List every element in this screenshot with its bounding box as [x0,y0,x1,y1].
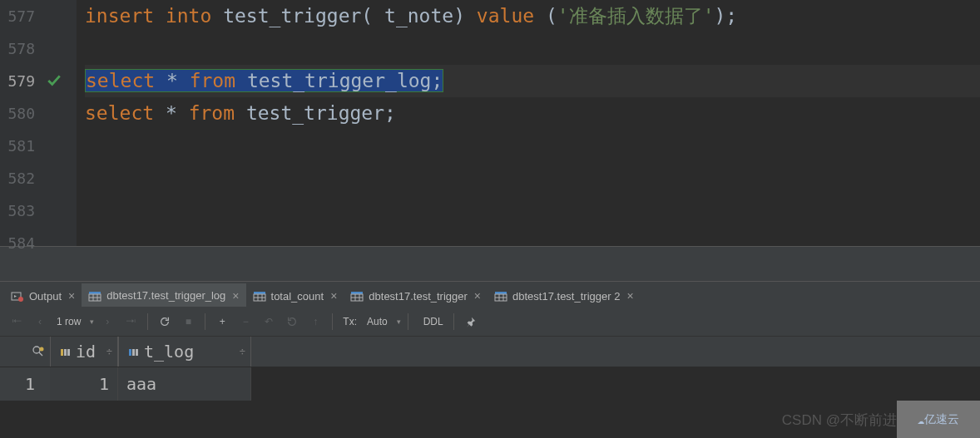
code-line-583[interactable] [85,194,980,227]
revert-button[interactable]: ↶ [259,312,279,332]
row-count: 1 row [57,316,81,327]
tab-trigger-log[interactable]: dbtest17.test_trigger_log × [82,283,245,307]
tab-trigger-2[interactable]: dbtest17.test_trigger 2 × [488,283,641,307]
row-number: 1 [0,367,50,401]
svg-rect-13 [64,349,67,356]
close-icon[interactable]: × [330,289,337,303]
svg-rect-17 [136,349,138,356]
tab-label: total_count [271,290,324,303]
result-column-header: id ÷ t_log ÷ [0,337,980,367]
column-header-id[interactable]: id ÷ [50,337,118,367]
tab-output[interactable]: Output × [4,283,82,307]
column-header-tlog[interactable]: t_log ÷ [118,337,251,367]
separator [453,313,454,330]
tab-total-count[interactable]: total_count × [246,283,344,307]
ddl-button[interactable]: DDL [423,316,443,327]
search-icon [32,345,45,358]
svg-rect-16 [132,349,135,356]
results-toolbar: ⭰ ‹ 1 row ▾ › ⭲ ■ + − ↶ ↑ Tx: Auto ▾ DDL [0,307,980,337]
remove-row-button[interactable]: − [235,312,255,332]
gutter-line: 582 [0,162,77,194]
chevron-down-icon[interactable]: ▾ [397,317,401,326]
close-icon[interactable]: × [474,289,481,303]
svg-rect-12 [61,349,63,356]
gutter-line: 584 [0,227,77,259]
code-line-582[interactable] [85,162,980,194]
separator [332,313,333,330]
table-icon [253,290,266,302]
refresh-button[interactable] [155,312,175,332]
column-icon [127,346,139,357]
code-line-579[interactable]: select * from test_trigger_log; [85,65,980,97]
first-page-button[interactable]: ⭰ [7,312,27,332]
key-column-icon [59,346,71,357]
tx-mode[interactable]: Auto [367,316,388,327]
svg-point-1 [18,297,23,302]
close-icon[interactable]: × [626,289,633,303]
separator [147,313,148,330]
gutter-line: 583 [0,194,77,227]
code-line-577[interactable]: insert into test_trigger( t_note) value … [85,0,980,32]
tab-label: dbtest17.test_trigger_log [106,289,225,302]
svg-point-10 [33,347,40,353]
gutter: 577 578 579 580 581 582 583 584 [0,0,77,246]
cell-id[interactable]: 1 [50,367,118,401]
gutter-line: 580 [0,97,77,130]
stop-button[interactable]: ■ [178,312,198,332]
code-text[interactable]: insert into test_trigger( t_note) value … [77,0,980,246]
code-line-578[interactable] [85,32,980,65]
sort-indicator[interactable]: ÷ [240,346,245,357]
corner-cell[interactable] [0,337,50,367]
last-page-button[interactable]: ⭲ [121,312,141,332]
watermark: CSDN @不断前进 [782,411,897,430]
results-tabbar: Output × dbtest17.test_trigger_log × tot… [0,282,980,307]
close-icon[interactable]: × [232,289,239,303]
svg-rect-15 [129,349,131,356]
splitter[interactable] [0,246,980,282]
table-icon [88,290,101,302]
column-name: t_log [144,342,194,362]
sort-indicator[interactable]: ÷ [106,346,112,357]
output-icon [11,290,24,302]
checkmark-icon [47,73,62,88]
gutter-line: 577 [0,0,77,32]
code-line-580[interactable]: select * from test_trigger; [85,97,980,130]
tab-trigger[interactable]: dbtest17.test_trigger × [344,283,488,307]
table-icon [494,290,507,302]
separator [408,313,408,330]
rollback-button[interactable] [282,312,302,332]
table-row[interactable]: 1 1 aaa [0,367,980,401]
watermark-logo: ☁亿速云 [897,401,980,438]
prev-page-button[interactable]: ‹ [30,312,50,332]
code-line-581[interactable] [85,130,980,162]
close-icon[interactable]: × [68,289,75,303]
separator [205,313,205,330]
gutter-line: 578 [0,32,77,65]
commit-button[interactable]: ↑ [305,312,325,332]
chevron-down-icon[interactable]: ▾ [90,317,94,326]
tab-label: dbtest17.test_trigger 2 [512,290,620,303]
svg-rect-14 [67,349,70,356]
tab-label: dbtest17.test_trigger [369,290,468,303]
gutter-line: 579 [0,65,77,97]
gutter-line: 581 [0,130,77,162]
next-page-button[interactable]: › [97,312,117,332]
svg-point-11 [40,347,44,352]
code-editor[interactable]: 577 578 579 580 581 582 583 584 insert i… [0,0,980,246]
cell-tlog[interactable]: aaa [118,367,251,401]
table-icon [350,290,364,302]
tab-label: Output [29,290,62,303]
tx-label: Tx: [343,316,357,327]
column-name: id [76,342,96,362]
add-row-button[interactable]: + [212,312,232,332]
pin-button[interactable] [461,312,481,332]
